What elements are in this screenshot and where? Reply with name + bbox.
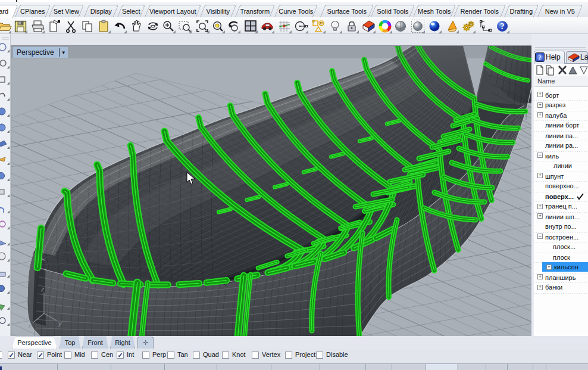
svg-text:?: ?	[501, 22, 505, 31]
svg-text:?: ?	[539, 54, 542, 61]
svg-text:z: z	[40, 285, 45, 293]
svg-text:x: x	[27, 322, 32, 329]
